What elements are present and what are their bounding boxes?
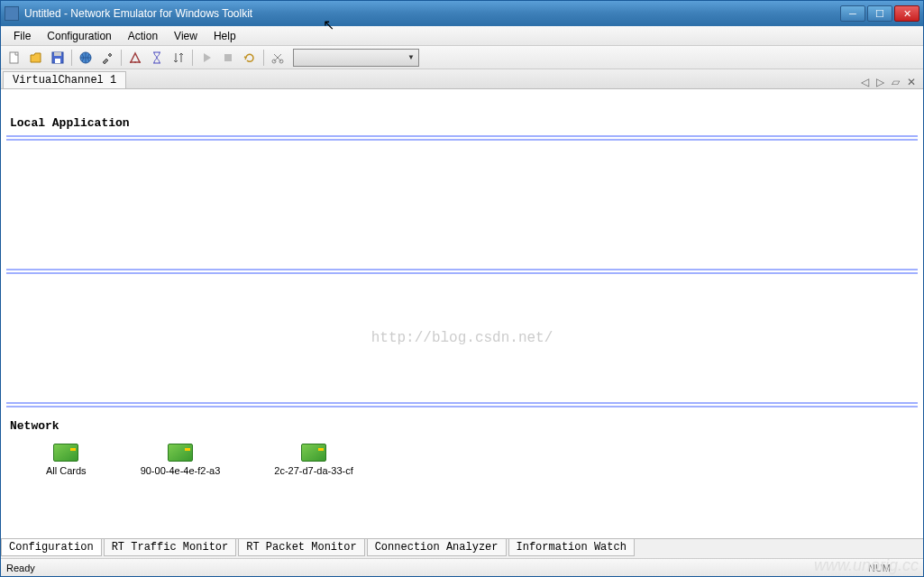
new-button[interactable]: [5, 48, 24, 68]
local-app-header: Local Application: [1, 111, 923, 132]
network-header: Network: [10, 414, 914, 435]
tab-next-button[interactable]: ▷: [874, 76, 886, 88]
tab-close-button[interactable]: ✕: [905, 76, 918, 88]
close-button[interactable]: ✕: [894, 5, 919, 22]
nic-icon: [168, 444, 193, 462]
tools-icon: [100, 50, 114, 65]
divider-line: [6, 272, 918, 274]
network-card-label: 90-00-4e-4e-f2-a3: [141, 465, 221, 476]
cut-icon: [270, 50, 285, 65]
svg-rect-0: [10, 52, 18, 63]
play-button[interactable]: [197, 48, 216, 68]
tab-window-button[interactable]: ▱: [890, 76, 901, 88]
globe-button[interactable]: [76, 48, 96, 68]
divider-line: [6, 269, 918, 270]
refresh-icon: [242, 50, 257, 65]
hourglass-icon: [150, 50, 164, 65]
hourglass-button[interactable]: [147, 48, 167, 68]
divider-line: [6, 135, 918, 137]
divider-line: [6, 402, 918, 404]
minimize-button[interactable]: ─: [840, 5, 865, 22]
new-icon: [7, 50, 22, 65]
tools-button[interactable]: [97, 48, 117, 68]
nic-icon: [301, 444, 326, 462]
menu-file[interactable]: File: [6, 28, 38, 44]
network-card-label: All Cards: [46, 465, 87, 476]
open-icon: [29, 50, 43, 65]
network-section: Network All Cards 90-00-4e-4e-f2-a3 2c-2…: [1, 408, 923, 538]
tab-virtualchannel-1[interactable]: VirtualChannel 1: [3, 71, 126, 88]
stop-icon: [221, 50, 235, 65]
play-icon: [199, 50, 214, 65]
refresh-button[interactable]: [240, 48, 260, 68]
toolbar-separator: [263, 50, 264, 66]
sort-button[interactable]: [169, 48, 188, 68]
globe-icon: [78, 50, 93, 65]
bottom-tabbar: Configuration RT Traffic Monitor RT Pack…: [1, 538, 923, 558]
svg-rect-2: [55, 59, 60, 63]
svg-rect-8: [224, 54, 232, 61]
window-title: Untitled - Network Emulator for Windows …: [24, 7, 840, 20]
maximize-button[interactable]: ☐: [867, 5, 892, 22]
content-area: Local Application http://blog.csdn.net/ …: [1, 89, 923, 538]
svg-point-5: [134, 61, 136, 63]
chevron-down-icon: ▼: [407, 53, 415, 61]
channel-block-bottom[interactable]: http://blog.csdn.net/: [1, 275, 923, 401]
tab-connection-analyzer[interactable]: Connection Analyzer: [367, 539, 507, 556]
network-card-label: 2c-27-d7-da-33-cf: [274, 465, 352, 476]
channel-block-top[interactable]: [1, 142, 923, 268]
open-button[interactable]: [26, 48, 46, 68]
menu-action[interactable]: Action: [121, 28, 165, 44]
tab-prev-button[interactable]: ◁: [859, 76, 871, 88]
network-card-1[interactable]: 90-00-4e-4e-f2-a3: [141, 444, 221, 476]
tab-information-watch[interactable]: Information Watch: [508, 539, 635, 556]
menu-configuration[interactable]: Configuration: [40, 28, 118, 44]
toolbar-separator: [71, 50, 72, 66]
toolbar-separator: [121, 50, 122, 66]
delta-button[interactable]: [125, 48, 145, 68]
status-left: Ready: [6, 563, 35, 573]
sort-icon: [171, 50, 186, 65]
network-card-2[interactable]: 2c-27-d7-da-33-cf: [274, 444, 352, 476]
svg-point-6: [130, 61, 132, 63]
stop-button[interactable]: [218, 48, 238, 68]
menu-help[interactable]: Help: [206, 28, 243, 44]
divider-line: [6, 406, 918, 408]
document-tabbar: VirtualChannel 1 ◁ ▷ ▱ ✕: [1, 69, 923, 89]
tab-rt-packet-monitor[interactable]: RT Packet Monitor: [238, 539, 364, 556]
tab-configuration[interactable]: Configuration: [1, 539, 102, 556]
divider-line: [6, 139, 918, 141]
local-application-section: Local Application: [1, 111, 923, 134]
save-button[interactable]: [48, 48, 68, 68]
delta-icon: [128, 50, 142, 65]
network-card-all[interactable]: All Cards: [46, 444, 87, 476]
statusbar: Ready NUM: [1, 558, 923, 576]
status-num: NUM: [868, 563, 918, 573]
menu-view[interactable]: View: [167, 28, 205, 44]
app-window: Untitled - Network Emulator for Windows …: [0, 0, 924, 577]
app-icon: [5, 6, 19, 21]
svg-point-7: [139, 61, 141, 63]
nic-icon: [53, 444, 78, 462]
doc-tab-controls: ◁ ▷ ▱ ✕: [859, 76, 923, 88]
toolbar: ▼: [1, 46, 923, 69]
save-icon: [50, 50, 65, 65]
window-controls: ─ ☐ ✕: [840, 5, 919, 22]
cut-button[interactable]: [268, 48, 288, 68]
menubar: File Configuration Action View Help: [1, 26, 923, 46]
svg-rect-3: [54, 52, 61, 56]
tab-rt-traffic-monitor[interactable]: RT Traffic Monitor: [104, 539, 237, 556]
toolbar-separator: [192, 50, 193, 66]
toolbar-combo[interactable]: ▼: [293, 49, 419, 67]
network-items: All Cards 90-00-4e-4e-f2-a3 2c-27-d7-da-…: [10, 435, 914, 485]
watermark-text: http://blog.csdn.net/: [371, 330, 553, 346]
titlebar[interactable]: Untitled - Network Emulator for Windows …: [1, 1, 923, 26]
